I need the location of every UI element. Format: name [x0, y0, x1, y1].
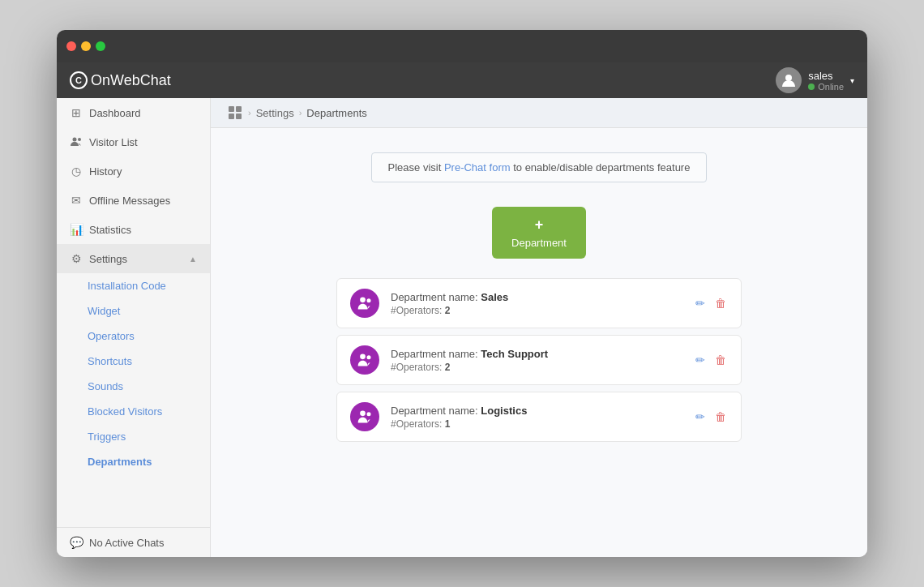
- user-info: sales Online: [808, 70, 844, 92]
- status-text: Online: [818, 82, 844, 92]
- svg-point-10: [367, 355, 371, 359]
- svg-rect-5: [229, 114, 234, 119]
- dept-card-sales: Department name: Sales #Operators: 2 ✏ 🗑: [336, 278, 742, 328]
- dept-name-label: Department name:: [391, 291, 478, 303]
- user-status: Online: [808, 82, 844, 92]
- dept-actions-tech-support: ✏ 🗑: [694, 352, 728, 368]
- notice-link[interactable]: Pre-Chat form: [444, 161, 511, 174]
- sidebar-item-settings[interactable]: ⚙ Settings ▲: [57, 244, 210, 273]
- submenu-item-widget[interactable]: Widget: [57, 298, 210, 323]
- dept-actions-sales: ✏ 🗑: [694, 295, 728, 311]
- svg-point-1: [73, 138, 77, 142]
- sidebar-item-label: Offline Messages: [89, 195, 197, 207]
- sidebar-item-label: Visitor List: [89, 136, 197, 148]
- notice-text-before: Please visit: [388, 161, 444, 174]
- sidebar-bottom: 💬 No Active Chats: [57, 527, 210, 557]
- dept-info-sales: Department name: Sales #Operators: 2: [391, 291, 682, 316]
- sidebar-item-dashboard[interactable]: ⊞ Dashboard: [57, 98, 210, 127]
- dept-ops-value-sales: 2: [445, 305, 451, 316]
- sidebar-item-statistics[interactable]: 📊 Statistics: [57, 215, 210, 244]
- sidebar-item-label: Dashboard: [89, 107, 197, 119]
- add-department-button[interactable]: + Department: [492, 207, 586, 259]
- add-plus-icon: +: [535, 216, 544, 234]
- svg-point-11: [360, 411, 366, 417]
- sidebar-item-label: History: [89, 165, 197, 178]
- dept-name-row-tech-support: Department name: Tech Support: [391, 348, 682, 360]
- dept-ops-row-logistics: #Operators: 1: [391, 418, 682, 430]
- settings-icon: ⚙: [70, 252, 83, 265]
- status-dot: [808, 84, 815, 90]
- breadcrumb-sep-2: ›: [299, 108, 302, 118]
- submenu-item-triggers[interactable]: Triggers: [57, 424, 210, 449]
- breadcrumb-home-icon: [227, 105, 243, 121]
- notice-bar: Please visit Pre-Chat form to enable/dis…: [371, 152, 708, 182]
- main-layout: ⊞ Dashboard Visitor List ◷ History: [57, 98, 867, 557]
- user-dropdown-arrow[interactable]: ▾: [850, 76, 854, 85]
- sidebar-item-visitor-list[interactable]: Visitor List: [57, 127, 210, 156]
- svg-point-0: [785, 75, 792, 81]
- logo-text: OnWebChat: [91, 72, 171, 89]
- chevron-up-icon: ▲: [189, 255, 197, 264]
- dept-card-logistics: Department name: Logistics #Operators: 1…: [336, 392, 742, 442]
- user-name: sales: [808, 70, 832, 82]
- dept-ops-row-tech-support: #Operators: 2: [391, 362, 682, 373]
- dept-info-tech-support: Department name: Tech Support #Operators…: [391, 348, 682, 373]
- sidebar-item-label: Settings: [89, 253, 182, 265]
- edit-tech-support-button[interactable]: ✏: [694, 352, 707, 368]
- submenu-item-operators[interactable]: Operators: [57, 323, 210, 349]
- sidebar: ⊞ Dashboard Visitor List ◷ History: [57, 98, 211, 557]
- add-btn-label: Department: [511, 237, 567, 249]
- ops-label: #Operators:: [391, 362, 442, 373]
- dept-ops-row-sales: #Operators: 2: [391, 305, 682, 316]
- dept-info-logistics: Department name: Logistics #Operators: 1: [391, 405, 682, 430]
- submenu-item-shortcuts[interactable]: Shortcuts: [57, 349, 210, 374]
- delete-sales-button[interactable]: 🗑: [713, 295, 728, 311]
- dept-actions-logistics: ✏ 🗑: [694, 409, 728, 425]
- minimize-button[interactable]: [81, 41, 91, 51]
- edit-sales-button[interactable]: ✏: [694, 295, 707, 311]
- submenu-item-departments[interactable]: Departments: [57, 449, 210, 474]
- dept-name-value-logistics: Logistics: [481, 405, 527, 417]
- titlebar: [57, 30, 867, 62]
- dept-card-tech-support: Department name: Tech Support #Operators…: [336, 335, 742, 385]
- submenu-item-installation-code[interactable]: Installation Code: [57, 273, 210, 298]
- sidebar-item-history[interactable]: ◷ History: [57, 156, 210, 186]
- ops-label: #Operators:: [391, 305, 442, 316]
- statistics-icon: 📊: [70, 223, 83, 236]
- svg-rect-6: [236, 114, 242, 119]
- delete-tech-support-button[interactable]: 🗑: [713, 352, 728, 368]
- dashboard-icon: ⊞: [70, 106, 83, 119]
- edit-logistics-button[interactable]: ✏: [694, 409, 707, 425]
- sidebar-item-no-active-chats: 💬 No Active Chats: [57, 528, 210, 557]
- window-controls: [66, 41, 105, 51]
- submenu-item-sounds[interactable]: Sounds: [57, 374, 210, 399]
- dept-icon-tech-support: [350, 345, 379, 375]
- notice-text-after: to enable/disable departments feature: [511, 161, 691, 174]
- departments-list: Department name: Sales #Operators: 2 ✏ 🗑: [336, 278, 742, 442]
- maximize-button[interactable]: [96, 41, 105, 51]
- breadcrumb-current: Departments: [306, 107, 366, 119]
- svg-point-9: [360, 354, 366, 360]
- delete-logistics-button[interactable]: 🗑: [713, 409, 728, 425]
- breadcrumb-settings: Settings: [256, 107, 294, 119]
- dept-name-row-logistics: Department name: Logistics: [391, 405, 682, 417]
- dept-name-label: Department name:: [391, 405, 478, 417]
- sidebar-item-offline-messages[interactable]: ✉ Offline Messages: [57, 186, 210, 215]
- chat-icon: 💬: [70, 536, 83, 549]
- app-window: C OnWebChat sales Online ▾: [57, 30, 867, 557]
- breadcrumb: › Settings › Departments: [211, 98, 867, 128]
- sidebar-item-label: No Active Chats: [89, 537, 197, 549]
- history-icon: ◷: [70, 165, 83, 178]
- sidebar-item-label: Statistics: [89, 224, 197, 236]
- breadcrumb-sep-1: ›: [248, 108, 251, 118]
- offline-messages-icon: ✉: [70, 194, 83, 207]
- svg-point-12: [367, 412, 371, 416]
- header-right: sales Online ▾: [776, 67, 854, 93]
- visitor-list-icon: [70, 135, 83, 148]
- close-button[interactable]: [66, 41, 76, 51]
- submenu-item-blocked-visitors[interactable]: Blocked Visitors: [57, 399, 210, 424]
- dept-ops-value-tech-support: 2: [445, 362, 451, 373]
- dept-icon-sales: [350, 289, 379, 318]
- svg-point-8: [367, 298, 371, 302]
- ops-label: #Operators:: [391, 418, 442, 430]
